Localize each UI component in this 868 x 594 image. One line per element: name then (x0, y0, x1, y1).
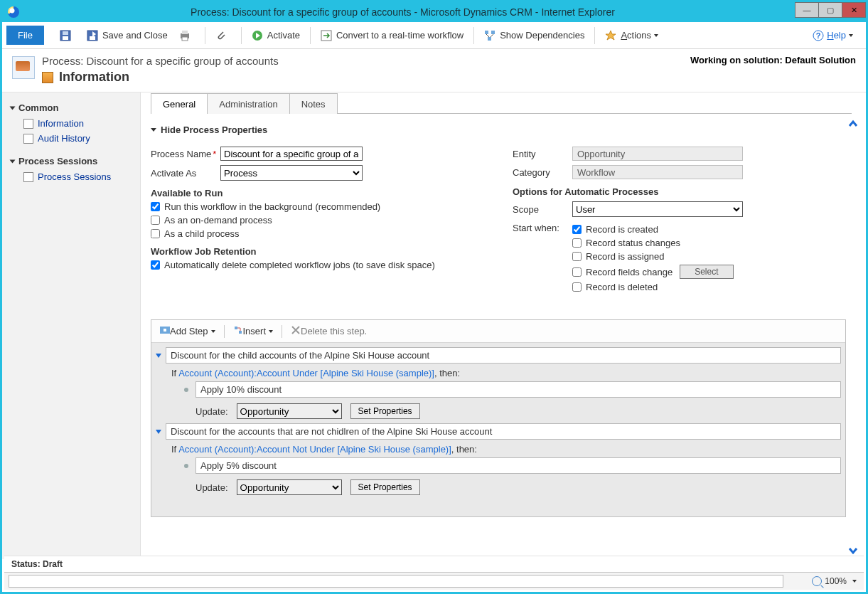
sidebar-section-common[interactable]: Common (11, 102, 134, 113)
stage-1-header[interactable]: Discount for the child accounts of the A… (156, 347, 841, 364)
stage-2: Discount for the accounts that are not c… (156, 423, 841, 495)
action-2-input[interactable]: Apply 5% discount (195, 457, 841, 474)
row-scope: Scope User (513, 201, 846, 217)
chk-record-deleted[interactable] (572, 282, 582, 292)
condition-2-link[interactable]: Account (Account):Account Not Under [Alp… (178, 444, 451, 455)
dependencies-label: Show Dependencies (500, 30, 584, 41)
steps-panel: Add Step Insert (151, 319, 846, 517)
add-step-icon (160, 325, 170, 337)
start-when-label: Start when: (513, 221, 572, 233)
delete-icon (291, 325, 301, 337)
convert-button[interactable]: Convert to a real-time workflow (315, 27, 469, 44)
stage-1-title[interactable]: Discount for the child accounts of the A… (166, 347, 841, 364)
chevron-down-icon (156, 354, 161, 358)
magnifier-icon (812, 576, 822, 586)
condition-2: If Account (Account):Account Not Under [… (156, 440, 841, 456)
row-entity: Entity Opportunity (513, 147, 846, 161)
steps-body: Discount for the child accounts of the A… (151, 343, 845, 516)
save-close-label: Save and Close (102, 30, 168, 41)
add-step-button[interactable]: Add Step (156, 324, 220, 339)
stage-2-title[interactable]: Discount for the accounts that are not c… (166, 423, 841, 440)
scroll-down-button[interactable] (847, 545, 859, 556)
activate-button[interactable]: Activate (246, 27, 306, 44)
chk-autodelete-row: Automatically delete completed workflow … (151, 260, 484, 270)
set-properties-1-button[interactable]: Set Properties (350, 403, 420, 419)
chk-ondemand[interactable] (151, 216, 160, 225)
close-button[interactable]: ✕ (842, 2, 866, 18)
print-icon (179, 30, 191, 41)
sidebar-item-sessions[interactable]: Process Sessions (8, 169, 134, 184)
retention-header: Workflow Job Retention (151, 246, 484, 257)
condition-1: If Account (Account):Account Under [Alpi… (156, 364, 841, 380)
save-button[interactable] (54, 27, 81, 44)
address-bar[interactable] (9, 575, 783, 588)
scope-select[interactable]: User (572, 201, 743, 217)
window: Process: Discount for a specific group o… (0, 0, 868, 594)
status-label: Status: Draft (11, 559, 63, 569)
chk-status-changes[interactable] (572, 238, 582, 248)
stage-2-header[interactable]: Discount for the accounts that are not c… (156, 423, 841, 440)
zoom-control[interactable]: 100% (812, 576, 857, 586)
chevron-down-icon (10, 106, 16, 110)
chk-record-created[interactable] (572, 225, 582, 234)
help-link[interactable]: ? Help (813, 30, 853, 41)
chk-background-label: Run this workflow in the background (rec… (164, 201, 380, 212)
select-fields-button[interactable]: Select (680, 265, 733, 279)
sidebar-item-audit[interactable]: Audit History (8, 131, 134, 146)
titlebar: Process: Discount for a specific group o… (2, 2, 866, 22)
chevron-down-icon (211, 330, 215, 333)
sidebar-item-information[interactable]: Information (8, 116, 134, 131)
section-toggle-properties[interactable]: Hide Process Properties (151, 124, 846, 135)
grid-icon (23, 172, 33, 182)
action-1-input[interactable]: Apply 10% discount (195, 381, 841, 398)
tab-notes[interactable]: Notes (289, 93, 338, 114)
flow-icon (42, 72, 53, 83)
actions-label: Actions (621, 30, 651, 41)
insert-label: Insert (243, 326, 267, 336)
update-1-row: Update: Opportunity Set Properties (195, 403, 841, 419)
sidebar-section-sessions[interactable]: Process Sessions (11, 156, 134, 166)
sidebar-common-label: Common (18, 102, 58, 113)
minimize-button[interactable]: — (795, 2, 819, 18)
chk-background-row: Run this workflow in the background (rec… (151, 201, 484, 212)
dependencies-button[interactable]: Show Dependencies (478, 27, 590, 44)
update-1-select[interactable]: Opportunity (237, 403, 342, 419)
set-properties-2-button[interactable]: Set Properties (350, 479, 420, 495)
actions-menu[interactable]: Actions (599, 27, 664, 44)
tab-administration[interactable]: Administration (207, 93, 289, 114)
save-close-icon (87, 30, 98, 41)
activate-as-select[interactable]: Process (220, 165, 363, 181)
row-category: Category Workflow (513, 165, 846, 179)
maximize-button[interactable]: ▢ (818, 2, 842, 18)
file-menu[interactable]: File (6, 26, 44, 45)
content: General Administration Notes Hide Proces… (141, 92, 866, 559)
svg-rect-18 (239, 331, 242, 334)
chk-background[interactable] (151, 202, 160, 211)
entity-label: Entity (513, 149, 572, 159)
save-and-close-button[interactable]: Save and Close (81, 27, 173, 44)
condition-1-link[interactable]: Account (Account):Account Under [Alpine … (178, 368, 434, 378)
cond2-suffix: , then: (451, 444, 477, 455)
delete-step-button[interactable]: Delete this step. (286, 324, 371, 339)
process-name-input[interactable] (220, 147, 363, 161)
stage-1: Discount for the child accounts of the A… (156, 347, 841, 419)
doc-icon (23, 119, 33, 129)
update-2-select[interactable]: Opportunity (237, 479, 342, 495)
tab-general[interactable]: General (151, 93, 208, 114)
attach-button[interactable] (210, 27, 237, 44)
chk-autodelete[interactable] (151, 260, 160, 270)
activate-label: Activate (267, 30, 300, 41)
toolbar-separator (310, 27, 311, 44)
add-step-label: Add Step (170, 326, 208, 336)
sidebar: Common Information Audit History Process… (2, 92, 141, 559)
scroll-up-button[interactable] (847, 118, 859, 129)
print-button[interactable] (173, 27, 200, 44)
chk-record-assigned[interactable] (572, 252, 582, 261)
chk-fields-change[interactable] (572, 267, 582, 277)
properties-left-col: Process Name* Activate As Process Availa… (151, 142, 484, 299)
toolbar-separator (224, 325, 225, 338)
chk-child[interactable] (151, 229, 160, 238)
tabs: General Administration Notes (151, 92, 852, 114)
bullet-icon (184, 464, 188, 468)
insert-button[interactable]: Insert (229, 324, 278, 339)
